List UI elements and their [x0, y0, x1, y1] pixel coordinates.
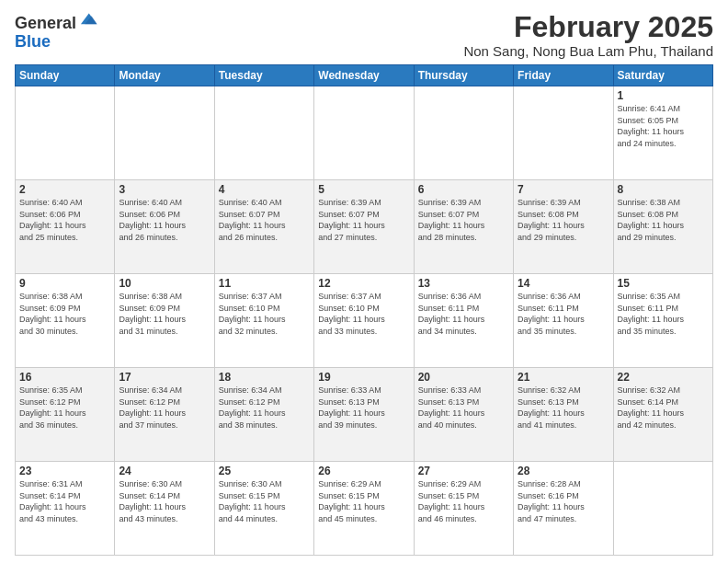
- calendar-cell: 3Sunrise: 6:40 AM Sunset: 6:06 PM Daylig…: [115, 180, 214, 274]
- calendar-cell: 2Sunrise: 6:40 AM Sunset: 6:06 PM Daylig…: [16, 180, 115, 274]
- day-number: 24: [119, 465, 210, 477]
- calendar-cell: 21Sunrise: 6:32 AM Sunset: 6:13 PM Dayli…: [514, 368, 613, 462]
- day-info: Sunrise: 6:30 AM Sunset: 6:15 PM Dayligh…: [219, 478, 310, 524]
- calendar-cell: 28Sunrise: 6:28 AM Sunset: 6:16 PM Dayli…: [514, 462, 613, 556]
- day-number: 22: [618, 371, 709, 384]
- day-info: Sunrise: 6:37 AM Sunset: 6:10 PM Dayligh…: [219, 291, 310, 337]
- calendar-cell: 6Sunrise: 6:39 AM Sunset: 6:07 PM Daylig…: [414, 180, 513, 274]
- day-info: Sunrise: 6:35 AM Sunset: 6:12 PM Dayligh…: [19, 385, 110, 431]
- week-row-0: 1Sunrise: 6:41 AM Sunset: 6:05 PM Daylig…: [16, 86, 713, 180]
- weekday-header-monday: Monday: [115, 65, 214, 86]
- day-info: Sunrise: 6:32 AM Sunset: 6:14 PM Dayligh…: [618, 385, 709, 431]
- calendar: SundayMondayTuesdayWednesdayThursdayFrid…: [15, 64, 713, 556]
- calendar-cell: 11Sunrise: 6:37 AM Sunset: 6:10 PM Dayli…: [214, 274, 313, 368]
- day-info: Sunrise: 6:40 AM Sunset: 6:07 PM Dayligh…: [219, 197, 310, 243]
- day-info: Sunrise: 6:34 AM Sunset: 6:12 PM Dayligh…: [119, 385, 210, 431]
- day-number: 25: [219, 465, 310, 477]
- calendar-header: SundayMondayTuesdayWednesdayThursdayFrid…: [16, 65, 713, 86]
- day-number: 5: [318, 183, 409, 196]
- day-info: Sunrise: 6:39 AM Sunset: 6:08 PM Dayligh…: [518, 197, 609, 243]
- day-info: Sunrise: 6:29 AM Sunset: 6:15 PM Dayligh…: [418, 478, 509, 524]
- calendar-cell: 26Sunrise: 6:29 AM Sunset: 6:15 PM Dayli…: [314, 462, 414, 556]
- calendar-cell: 27Sunrise: 6:29 AM Sunset: 6:15 PM Dayli…: [414, 462, 513, 556]
- calendar-cell: 14Sunrise: 6:36 AM Sunset: 6:11 PM Dayli…: [514, 274, 613, 368]
- calendar-cell: 9Sunrise: 6:38 AM Sunset: 6:09 PM Daylig…: [16, 274, 115, 368]
- day-info: Sunrise: 6:33 AM Sunset: 6:13 PM Dayligh…: [418, 385, 509, 431]
- weekday-header-sunday: Sunday: [16, 65, 115, 86]
- day-number: 3: [119, 183, 210, 196]
- day-number: 20: [418, 371, 509, 384]
- calendar-cell: 5Sunrise: 6:39 AM Sunset: 6:07 PM Daylig…: [314, 180, 414, 274]
- day-info: Sunrise: 6:40 AM Sunset: 6:06 PM Dayligh…: [119, 197, 210, 243]
- week-row-4: 23Sunrise: 6:31 AM Sunset: 6:14 PM Dayli…: [16, 462, 713, 556]
- calendar-cell: 12Sunrise: 6:37 AM Sunset: 6:10 PM Dayli…: [314, 274, 414, 368]
- weekday-header-saturday: Saturday: [613, 65, 712, 86]
- day-number: 6: [418, 183, 509, 196]
- day-info: Sunrise: 6:28 AM Sunset: 6:16 PM Dayligh…: [518, 478, 609, 524]
- calendar-cell: 19Sunrise: 6:33 AM Sunset: 6:13 PM Dayli…: [314, 368, 414, 462]
- day-info: Sunrise: 6:34 AM Sunset: 6:12 PM Dayligh…: [219, 385, 310, 431]
- day-info: Sunrise: 6:39 AM Sunset: 6:07 PM Dayligh…: [318, 197, 409, 243]
- day-number: 27: [418, 465, 509, 477]
- logo-text: General Blue: [15, 15, 98, 52]
- logo-icon: [78, 9, 98, 29]
- day-info: Sunrise: 6:32 AM Sunset: 6:13 PM Dayligh…: [518, 385, 609, 431]
- calendar-cell: 24Sunrise: 6:30 AM Sunset: 6:14 PM Dayli…: [115, 462, 214, 556]
- day-number: 7: [518, 183, 609, 196]
- logo-general: General: [15, 15, 76, 33]
- calendar-cell: 15Sunrise: 6:35 AM Sunset: 6:11 PM Dayli…: [613, 274, 712, 368]
- calendar-cell: 17Sunrise: 6:34 AM Sunset: 6:12 PM Dayli…: [115, 368, 214, 462]
- day-number: 18: [219, 371, 310, 384]
- calendar-cell: [613, 462, 712, 556]
- weekday-row: SundayMondayTuesdayWednesdayThursdayFrid…: [16, 65, 713, 86]
- day-info: Sunrise: 6:37 AM Sunset: 6:10 PM Dayligh…: [318, 291, 409, 337]
- day-number: 8: [618, 183, 709, 196]
- weekday-header-wednesday: Wednesday: [314, 65, 414, 86]
- day-number: 21: [518, 371, 609, 384]
- day-number: 4: [219, 183, 310, 196]
- day-number: 14: [518, 277, 609, 290]
- logo: General Blue: [15, 15, 98, 52]
- day-number: 23: [19, 465, 110, 477]
- calendar-cell: 8Sunrise: 6:38 AM Sunset: 6:08 PM Daylig…: [613, 180, 712, 274]
- calendar-cell: 23Sunrise: 6:31 AM Sunset: 6:14 PM Dayli…: [16, 462, 115, 556]
- page: General Blue February 2025 Non Sang, Non…: [0, 0, 728, 563]
- title-block: February 2025 Non Sang, Nong Bua Lam Phu…: [463, 11, 713, 59]
- calendar-cell: [314, 86, 414, 180]
- calendar-cell: [115, 86, 214, 180]
- day-info: Sunrise: 6:30 AM Sunset: 6:14 PM Dayligh…: [119, 478, 210, 524]
- day-number: 2: [19, 183, 110, 196]
- weekday-header-friday: Friday: [514, 65, 613, 86]
- calendar-cell: 16Sunrise: 6:35 AM Sunset: 6:12 PM Dayli…: [16, 368, 115, 462]
- day-info: Sunrise: 6:29 AM Sunset: 6:15 PM Dayligh…: [318, 478, 409, 524]
- day-number: 17: [119, 371, 210, 384]
- week-row-1: 2Sunrise: 6:40 AM Sunset: 6:06 PM Daylig…: [16, 180, 713, 274]
- calendar-body: 1Sunrise: 6:41 AM Sunset: 6:05 PM Daylig…: [16, 86, 713, 556]
- weekday-header-tuesday: Tuesday: [214, 65, 313, 86]
- day-info: Sunrise: 6:36 AM Sunset: 6:11 PM Dayligh…: [518, 291, 609, 337]
- day-number: 9: [19, 277, 110, 290]
- day-info: Sunrise: 6:33 AM Sunset: 6:13 PM Dayligh…: [318, 385, 409, 431]
- calendar-cell: 22Sunrise: 6:32 AM Sunset: 6:14 PM Dayli…: [613, 368, 712, 462]
- calendar-cell: 4Sunrise: 6:40 AM Sunset: 6:07 PM Daylig…: [214, 180, 313, 274]
- calendar-cell: [414, 86, 513, 180]
- day-number: 11: [219, 277, 310, 290]
- day-number: 1: [618, 89, 709, 102]
- day-number: 13: [418, 277, 509, 290]
- day-number: 10: [119, 277, 210, 290]
- day-info: Sunrise: 6:38 AM Sunset: 6:09 PM Dayligh…: [19, 291, 110, 337]
- logo-blue: Blue: [15, 33, 98, 52]
- weekday-header-thursday: Thursday: [414, 65, 513, 86]
- day-info: Sunrise: 6:36 AM Sunset: 6:11 PM Dayligh…: [418, 291, 509, 337]
- location-subtitle: Non Sang, Nong Bua Lam Phu, Thailand: [463, 43, 713, 59]
- day-number: 12: [318, 277, 409, 290]
- month-title: February 2025: [463, 11, 713, 43]
- calendar-cell: [514, 86, 613, 180]
- day-info: Sunrise: 6:39 AM Sunset: 6:07 PM Dayligh…: [418, 197, 509, 243]
- day-number: 15: [618, 277, 709, 290]
- calendar-cell: 7Sunrise: 6:39 AM Sunset: 6:08 PM Daylig…: [514, 180, 613, 274]
- day-info: Sunrise: 6:40 AM Sunset: 6:06 PM Dayligh…: [19, 197, 110, 243]
- header: General Blue February 2025 Non Sang, Non…: [15, 11, 713, 59]
- day-number: 16: [19, 371, 110, 384]
- day-info: Sunrise: 6:41 AM Sunset: 6:05 PM Dayligh…: [618, 103, 709, 149]
